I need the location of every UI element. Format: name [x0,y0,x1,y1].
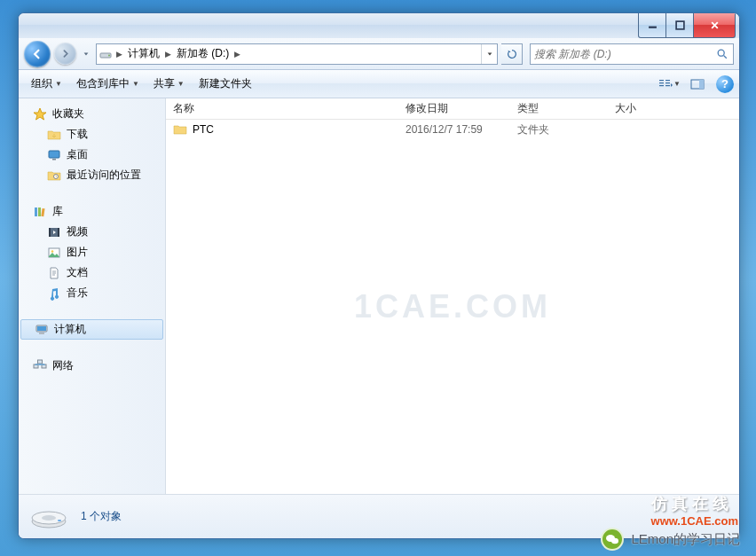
svg-rect-21 [58,228,59,237]
include-label: 包含到库中 [76,76,130,91]
chevron-right-icon[interactable]: ▶ [232,50,242,59]
pictures-icon [47,246,61,260]
search-box[interactable] [530,43,734,65]
music-label: 音乐 [67,286,88,301]
sidebar-item-music[interactable]: 音乐 [19,283,165,303]
address-bar[interactable]: ▶ 计算机 ▶ 新加卷 (D:) ▶ [96,43,498,65]
help-button[interactable]: ? [716,75,734,93]
pictures-label: 图片 [67,245,88,260]
column-date[interactable]: 修改日期 [398,101,510,116]
drive-icon [28,500,70,534]
svg-rect-20 [49,228,51,237]
navigation-pane[interactable]: 收藏夹 下载 桌面 最近访问的位置 库 视频 图片 文档 音乐 计算机 网络 [19,98,166,494]
search-icon[interactable] [712,48,733,60]
svg-point-4 [718,50,724,56]
svg-rect-9 [665,82,670,83]
breadcrumb-volume[interactable]: 新加卷 (D:) [173,44,232,64]
svg-rect-14 [52,159,56,161]
forward-button[interactable] [54,43,76,65]
sidebar-item-pictures[interactable]: 图片 [19,242,165,262]
video-icon [47,225,61,239]
computer-label: 计算机 [54,322,86,337]
search-input[interactable] [531,48,712,60]
chevron-down-icon: ▼ [673,80,681,88]
back-button[interactable] [24,41,51,67]
explorer-window: ▶ 计算机 ▶ 新加卷 (D:) ▶ 组织▼ 包含到库中▼ 共享▼ 新建文件夹 … [18,12,740,539]
table-row[interactable]: PTC 2016/12/7 17:59 文件夹 [166,120,739,139]
organize-label: 组织 [31,76,52,91]
svg-point-32 [42,515,56,521]
breadcrumb-computer[interactable]: 计算机 [124,44,163,64]
svg-rect-5 [659,80,664,81]
sidebar-item-documents[interactable]: 文档 [19,262,165,283]
libraries-group[interactable]: 库 [19,201,165,222]
chevron-down-icon: ▼ [132,80,139,88]
svg-rect-17 [38,208,41,216]
recent-label: 最近访问的位置 [67,168,141,183]
preview-pane-button[interactable] [684,74,711,94]
refresh-button[interactable] [501,43,523,65]
svg-rect-25 [37,326,46,331]
svg-point-23 [51,250,54,253]
maximize-button[interactable] [665,13,694,38]
watermark: 1CAE.COM [354,288,551,325]
minimize-button[interactable] [638,13,666,38]
view-buttons: ▼ [656,74,711,94]
svg-rect-18 [41,208,44,215]
file-rows[interactable]: PTC 2016/12/7 17:59 文件夹 1CAE.COM [166,120,739,494]
downloads-icon [47,128,61,142]
svg-point-3 [108,54,110,56]
sidebar-item-videos[interactable]: 视频 [19,222,165,242]
file-name-cell: PTC [166,122,398,137]
svg-rect-1 [676,21,684,29]
column-type[interactable]: 类型 [510,101,608,116]
library-icon [33,205,47,219]
sidebar-item-network[interactable]: 网络 [19,356,165,376]
organize-menu[interactable]: 组织▼ [24,73,69,95]
status-text: 1 个对象 [81,509,122,524]
sidebar-item-downloads[interactable]: 下载 [19,124,165,145]
close-button[interactable] [693,13,736,38]
navigation-bar: ▶ 计算机 ▶ 新加卷 (D:) ▶ [19,38,739,70]
sidebar-item-recent[interactable]: 最近访问的位置 [19,165,165,185]
file-list-pane: 名称 修改日期 类型 大小 PTC 2016/12/7 17:59 文件夹 1C… [166,98,739,494]
chevron-right-icon[interactable]: ▶ [163,50,173,59]
music-icon [47,286,61,301]
star-icon [33,107,47,121]
svg-rect-10 [665,85,670,86]
share-menu[interactable]: 共享▼ [146,73,192,95]
sidebar-item-desktop[interactable]: 桌面 [19,145,165,165]
svg-rect-29 [38,360,43,364]
address-dropdown[interactable] [481,44,497,64]
svg-rect-0 [649,27,657,28]
computer-icon [35,323,49,337]
libraries-label: 库 [52,204,63,219]
chevron-down-icon: ▼ [177,80,185,88]
desktop-icon [47,148,61,162]
network-label: 网络 [52,358,74,373]
svg-rect-26 [39,333,44,334]
new-folder-label: 新建文件夹 [199,76,252,91]
favorites-label: 收藏夹 [52,106,84,121]
sidebar-item-computer[interactable]: 计算机 [20,319,163,340]
folder-icon [173,122,187,137]
command-bar: 组织▼ 包含到库中▼ 共享▼ 新建文件夹 ▼ ? [19,70,739,98]
column-headers: 名称 修改日期 类型 大小 [166,98,739,120]
drive-icon [97,47,114,61]
column-size[interactable]: 大小 [608,101,679,116]
svg-rect-6 [659,82,664,83]
network-icon [33,359,47,373]
documents-icon [47,266,61,280]
history-dropdown[interactable] [80,51,92,58]
new-folder-button[interactable]: 新建文件夹 [192,73,259,95]
chevron-right-icon[interactable]: ▶ [114,50,124,59]
include-in-library-menu[interactable]: 包含到库中▼ [69,73,146,95]
recent-icon [47,168,61,183]
body: 收藏夹 下载 桌面 最近访问的位置 库 视频 图片 文档 音乐 计算机 网络 名… [19,98,739,494]
view-mode-button[interactable]: ▼ [656,74,682,94]
chevron-down-icon: ▼ [55,80,62,88]
column-name[interactable]: 名称 [166,101,398,116]
svg-rect-16 [35,208,37,216]
svg-rect-13 [49,151,59,158]
favorites-group[interactable]: 收藏夹 [19,104,165,124]
